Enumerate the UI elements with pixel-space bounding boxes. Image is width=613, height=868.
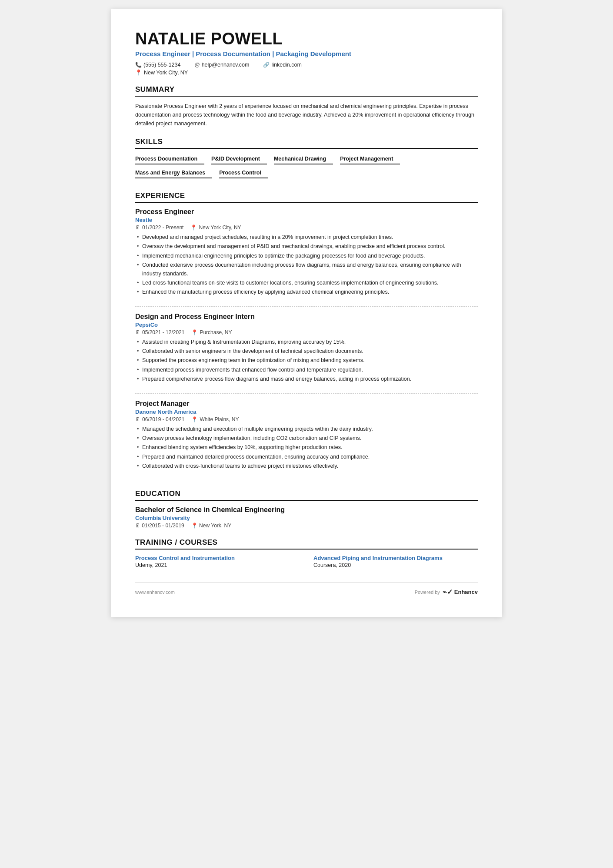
job-title: Project Manager — [135, 400, 478, 408]
bullet-item: Prepared and maintained detailed process… — [135, 453, 478, 461]
candidate-title: Process Engineer | Process Documentation… — [135, 50, 478, 57]
bullet-item: Oversaw process technology implementatio… — [135, 434, 478, 442]
training-provider: Udemy, 2021 — [135, 562, 300, 568]
bullet-item: Prepared comprehensive process flow diag… — [135, 375, 478, 383]
education-item: Bachelor of Science in Chemical Engineer… — [135, 506, 478, 529]
experience-list: Process EngineerNestle 🗓 01/2022 - Prese… — [135, 208, 478, 480]
header-section: NATALIE POWELL Process Engineer | Proces… — [135, 30, 478, 76]
education-title: EDUCATION — [135, 489, 478, 501]
job-meta: 🗓 01/2022 - Present 📍 New York City, NY — [135, 225, 478, 231]
edu-location: 📍 New York, NY — [191, 523, 231, 529]
summary-title: SUMMARY — [135, 85, 478, 97]
phone-value: (555) 555-1234 — [143, 62, 180, 68]
job-location: 📍 New York City, NY — [190, 225, 241, 231]
training-course-name: Advanced Piping and Instrumentation Diag… — [313, 555, 478, 561]
bullet-item: Implemented process improvements that en… — [135, 366, 478, 374]
experience-item: Process EngineerNestle 🗓 01/2022 - Prese… — [135, 208, 478, 307]
calendar-icon: 🗓 — [135, 523, 140, 529]
job-meta: 🗓 05/2021 - 12/2021 📍 Purchase, NY — [135, 329, 478, 335]
skill-tag: P&ID Development — [211, 154, 267, 164]
experience-section: EXPERIENCE Process EngineerNestle 🗓 01/2… — [135, 191, 478, 480]
bullet-item: Oversaw the development and management o… — [135, 242, 478, 251]
job-location: 📍 White Plains, NY — [191, 416, 239, 422]
location-pin-icon: 📍 — [190, 225, 197, 231]
page-footer: www.enhancv.com Powered by ⌁✓ Enhancv — [135, 582, 478, 596]
calendar-icon: 🗓 — [135, 329, 140, 335]
enhancv-icon: ⌁✓ — [443, 588, 453, 596]
job-title: Design and Process Engineer Intern — [135, 313, 478, 321]
job-bullets: Assisted in creating Piping & Instrument… — [135, 338, 478, 384]
bullet-item: Supported the process engineering team i… — [135, 356, 478, 365]
training-provider: Coursera, 2020 — [313, 562, 478, 568]
company-name: Nestle — [135, 217, 478, 223]
job-bullets: Managed the scheduling and execution of … — [135, 425, 478, 471]
training-item: Advanced Piping and Instrumentation Diag… — [313, 555, 478, 568]
linkedin-value: linkedin.com — [271, 62, 301, 68]
email-contact: @ help@enhancv.com — [194, 62, 249, 68]
location-icon: 📍 — [135, 69, 142, 76]
job-dates: 🗓 06/2019 - 04/2021 — [135, 416, 184, 422]
location-pin-icon: 📍 — [191, 329, 198, 335]
bullet-item: Assisted in creating Piping & Instrument… — [135, 338, 478, 346]
training-item: Process Control and Instrumentation Udem… — [135, 555, 300, 568]
bullet-item: Enhanced blending system efficiencies by… — [135, 443, 478, 452]
job-dates: 🗓 05/2021 - 12/2021 — [135, 329, 184, 335]
skill-tag: Mechanical Drawing — [274, 154, 333, 164]
school-name: Columbia University — [135, 515, 478, 521]
education-section: EDUCATION Bachelor of Science in Chemica… — [135, 489, 478, 529]
bullet-item: Collaborated with senior engineers in th… — [135, 347, 478, 355]
bullet-item: Managed the scheduling and execution of … — [135, 425, 478, 433]
company-name: Danone North America — [135, 409, 478, 415]
location-pin-icon: 📍 — [191, 416, 198, 422]
training-title: TRAINING / COURSES — [135, 538, 478, 550]
linkedin-contact: 🔗 linkedin.com — [263, 62, 301, 68]
email-value: help@enhancv.com — [202, 62, 250, 68]
phone-contact: 📞 (555) 555-1234 — [135, 62, 180, 68]
experience-item: Design and Process Engineer InternPepsiC… — [135, 313, 478, 394]
footer-url: www.enhancv.com — [135, 590, 175, 595]
brand-name: Enhancv — [454, 589, 478, 595]
skills-section: SKILLS Process DocumentationP&ID Develop… — [135, 137, 478, 182]
bullet-item: Implemented mechanical engineering princ… — [135, 252, 478, 260]
candidate-name: NATALIE POWELL — [135, 30, 478, 48]
skill-tag: Project Management — [340, 154, 400, 164]
experience-title: EXPERIENCE — [135, 191, 478, 203]
bullet-item: Led cross-functional teams on-site visit… — [135, 279, 478, 287]
location-row: 📍 New York City, NY — [135, 69, 478, 76]
linkedin-icon: 🔗 — [263, 62, 270, 68]
calendar-icon: 🗓 — [135, 416, 140, 422]
training-grid: Process Control and Instrumentation Udem… — [135, 555, 478, 568]
job-title: Process Engineer — [135, 208, 478, 216]
email-icon: @ — [194, 62, 200, 68]
job-meta: 🗓 06/2019 - 04/2021 📍 White Plains, NY — [135, 416, 478, 422]
education-list: Bachelor of Science in Chemical Engineer… — [135, 506, 478, 529]
skills-row: Process DocumentationP&ID DevelopmentMec… — [135, 154, 478, 182]
summary-section: SUMMARY Passionate Process Engineer with… — [135, 85, 478, 128]
summary-text: Passionate Process Engineer with 2 years… — [135, 102, 478, 128]
phone-icon: 📞 — [135, 62, 142, 68]
job-dates: 🗓 01/2022 - Present — [135, 225, 183, 231]
skill-tag: Process Documentation — [135, 154, 204, 164]
calendar-icon: 🗓 — [135, 225, 140, 231]
bullet-item: Developed and managed project schedules,… — [135, 233, 478, 241]
location-value: New York City, NY — [144, 70, 188, 76]
bullet-item: Collaborated with cross-functional teams… — [135, 462, 478, 470]
skill-tag: Mass and Energy Balances — [135, 168, 212, 178]
edu-dates: 🗓 01/2015 - 01/2019 — [135, 523, 184, 529]
bullet-item: Enhanced the manufacturing process effic… — [135, 288, 478, 296]
powered-by-text: Powered by — [415, 590, 440, 595]
degree-title: Bachelor of Science in Chemical Engineer… — [135, 506, 478, 514]
footer-powered: Powered by ⌁✓ Enhancv — [415, 588, 478, 596]
experience-item: Project ManagerDanone North America 🗓 06… — [135, 400, 478, 480]
training-course-name: Process Control and Instrumentation — [135, 555, 300, 561]
enhancv-logo: ⌁✓ Enhancv — [443, 588, 478, 596]
skills-title: SKILLS — [135, 137, 478, 149]
resume-page: NATALIE POWELL Process Engineer | Proces… — [111, 9, 502, 617]
edu-meta: 🗓 01/2015 - 01/2019 📍 New York, NY — [135, 523, 478, 529]
bullet-item: Conducted extensive process documentatio… — [135, 261, 478, 278]
location-pin-icon: 📍 — [191, 523, 198, 529]
training-section: TRAINING / COURSES Process Control and I… — [135, 538, 478, 568]
job-location: 📍 Purchase, NY — [191, 329, 232, 335]
company-name: PepsiCo — [135, 322, 478, 328]
contact-row: 📞 (555) 555-1234 @ help@enhancv.com 🔗 li… — [135, 62, 478, 68]
